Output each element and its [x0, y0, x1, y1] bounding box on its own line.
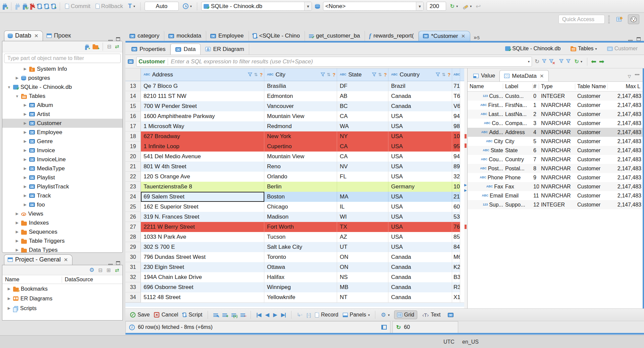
new-connection-icon[interactable]: + — [85, 44, 89, 49]
column-header-partial[interactable]: ABC — [452, 68, 460, 81]
tree-item-invoiceline[interactable]: ▶InvoiceLine — [2, 155, 122, 164]
cell-extra[interactable]: 10 — [452, 131, 460, 141]
maximize-icon[interactable] — [116, 261, 120, 265]
delete-row-icon[interactable]: − — [240, 313, 245, 317]
tree-item-sequences[interactable]: ▶Sequences — [2, 227, 122, 236]
tree-item-artist[interactable]: ▶Artist — [2, 110, 122, 119]
close-icon[interactable]: ✕ — [64, 257, 68, 263]
cell-address[interactable]: 8210 111 ST NW — [141, 91, 264, 101]
next-row-icon[interactable]: ▶ — [273, 312, 277, 318]
tree-collapsed-arrow-icon[interactable]: ▶ — [23, 166, 27, 171]
cell-state[interactable]: ON — [337, 262, 388, 272]
tree-collapsed-arrow-icon[interactable]: ▶ — [23, 157, 27, 162]
filter-history-dropdown[interactable]: ▾ — [528, 60, 530, 63]
cell-country[interactable]: USA — [388, 202, 452, 212]
cell-address[interactable]: 2211 W Berry Street — [141, 222, 264, 232]
meta-column-table-name[interactable]: Table Name — [575, 83, 608, 90]
cell-state[interactable]: WI — [337, 212, 388, 222]
commit-mode-combo[interactable]: Auto — [145, 2, 179, 11]
tree-item-invoice[interactable]: ▶Invoice — [2, 146, 122, 155]
tree-collapsed-arrow-icon[interactable]: ▶ — [15, 230, 19, 234]
transaction-history-button[interactable]: ▾ — [182, 3, 193, 10]
row-number[interactable]: 31 — [125, 262, 141, 272]
close-icon[interactable]: ✕ — [461, 33, 466, 39]
breadcrumb-item-tables[interactable]: Tables▾ — [570, 45, 598, 52]
save-button[interactable]: ✓ Save — [130, 312, 150, 318]
cell-city[interactable]: Vancouver — [264, 101, 337, 111]
clear-spelling-button[interactable]: ▾ — [462, 3, 473, 9]
cell-address[interactable]: Tauentzienstraße 8 — [141, 182, 264, 192]
meta-row-country[interactable]: ABCCou...Country7NVARCHARCustomer2,147,4… — [468, 155, 643, 164]
close-icon[interactable]: ✕ — [540, 73, 544, 79]
cell-address[interactable]: 302 S 700 E — [141, 242, 264, 252]
tab-projects[interactable]: Проек — [43, 31, 75, 41]
row-number[interactable]: 34 — [125, 292, 141, 302]
row-number[interactable]: 26 — [125, 212, 141, 222]
column-hint-icon[interactable]: ? — [260, 72, 263, 77]
cell-city[interactable]: Winnipeg — [264, 282, 337, 292]
tree-item-foo[interactable]: ▶foo — [2, 200, 122, 209]
row-number[interactable]: 33 — [125, 282, 141, 292]
editor-tab-mockdata[interactable]: mockdata — [164, 31, 206, 41]
cell-address[interactable]: 696 Osborne Street — [141, 282, 264, 292]
cell-extra[interactable]: X1 — [452, 292, 460, 302]
cell-country[interactable]: Canada — [388, 282, 452, 292]
cell-country[interactable]: Germany — [388, 182, 452, 192]
cell-extra[interactable]: 32 — [452, 172, 460, 182]
tree-collapsed-arrow-icon[interactable]: ▶ — [23, 112, 27, 116]
maximize-icon[interactable] — [637, 37, 641, 41]
cell-city[interactable]: Mountain View — [264, 152, 337, 162]
new-sql-editor-icon[interactable]: + — [52, 4, 56, 9]
cell-country[interactable]: Canada — [388, 292, 452, 302]
tree-collapsed-arrow-icon[interactable]: ▶ — [23, 193, 27, 198]
cell-address[interactable]: 69 Salem Street — [141, 192, 264, 202]
connection-combo[interactable]: ✓ SQLite - Chinook.db ▼ — [201, 2, 312, 11]
cell-address[interactable]: 801 W 4th Street — [141, 162, 264, 172]
fetch-all-rows-icon[interactable]: [▫] — [307, 312, 311, 318]
sort-icon[interactable]: ⇅ — [442, 72, 446, 77]
row-number[interactable]: 14 — [125, 91, 141, 101]
cell-address[interactable]: 120 S Orange Ave — [141, 172, 264, 182]
row-number[interactable]: 22 — [125, 172, 141, 182]
cell-extra[interactable]: 98 — [452, 121, 460, 131]
editor-tab-employee[interactable]: Employee — [206, 31, 249, 41]
row-number[interactable]: 27 — [125, 222, 141, 232]
editor-tab-get-customer-ba[interactable]: ✓get_customer_ba — [305, 31, 365, 41]
schema-combo[interactable]: <None> ▼ — [323, 2, 424, 11]
meta-row-fax[interactable]: ABCFaxFax10NVARCHARCustomer2,147,483 — [468, 182, 643, 191]
cell-state[interactable]: NT — [337, 292, 388, 302]
column-header-country[interactable]: ABCCountry⇅? — [388, 68, 452, 81]
cell-city[interactable]: Reno — [264, 162, 337, 172]
cell-city[interactable]: Edmonton — [264, 91, 337, 101]
meta-column-name[interactable]: Name — [468, 83, 503, 90]
tree-collapsed-arrow-icon[interactable]: ▶ — [23, 67, 27, 71]
tree-item-tables[interactable]: ▼Tables — [2, 92, 122, 101]
cell-address[interactable]: 700 W Pender Street — [141, 101, 264, 111]
breadcrumb-item-sqlite-chinook-db[interactable]: ✓SQLite - Chinook.db — [504, 45, 561, 52]
cell-address[interactable]: 5112 48 Street — [141, 292, 264, 302]
meta-row-address[interactable]: ABCAdd...Address4NVARCHARCustomer2,147,4… — [468, 128, 643, 137]
cell-extra[interactable]: T6 — [452, 91, 460, 101]
tree-item-playlist[interactable]: ▶Playlist — [2, 173, 122, 182]
cell-city[interactable]: Mountain View — [264, 111, 337, 121]
previous-row-icon[interactable]: ◀ — [265, 312, 269, 318]
cell-country[interactable]: Canada — [388, 262, 452, 272]
cell-address[interactable]: 1600 Amphitheatre Parkway — [141, 111, 264, 121]
cell-country[interactable]: USA — [388, 192, 452, 202]
cell-city[interactable]: Fort Worth — [264, 222, 337, 232]
cell-state[interactable]: BC — [337, 101, 388, 111]
tree-collapsed-arrow-icon[interactable]: ▶ — [23, 202, 27, 207]
cell-country[interactable]: USA — [388, 232, 452, 242]
close-icon[interactable]: ✕ — [34, 33, 39, 39]
copy-row-icon[interactable]: (+) — [231, 313, 236, 317]
navigator-filter-input[interactable]: Type part of object name to filter — [4, 54, 121, 63]
sash-arrow-icon[interactable]: ▶ — [464, 183, 467, 187]
cell-address[interactable]: 1033 N Park Ave — [141, 232, 264, 242]
sql-filter-input[interactable]: Customer Enter a SQL expression to filte… — [136, 57, 532, 67]
commit-button[interactable]: Commit — [64, 2, 92, 10]
first-row-icon[interactable]: |◀ — [256, 312, 261, 318]
calc-panel-icon[interactable] — [381, 325, 387, 330]
collapse-all-icon[interactable]: ⊟ — [107, 44, 112, 50]
cell-address[interactable]: 319 N. Frances Street — [141, 212, 264, 222]
cell-state[interactable]: CA — [337, 141, 388, 152]
